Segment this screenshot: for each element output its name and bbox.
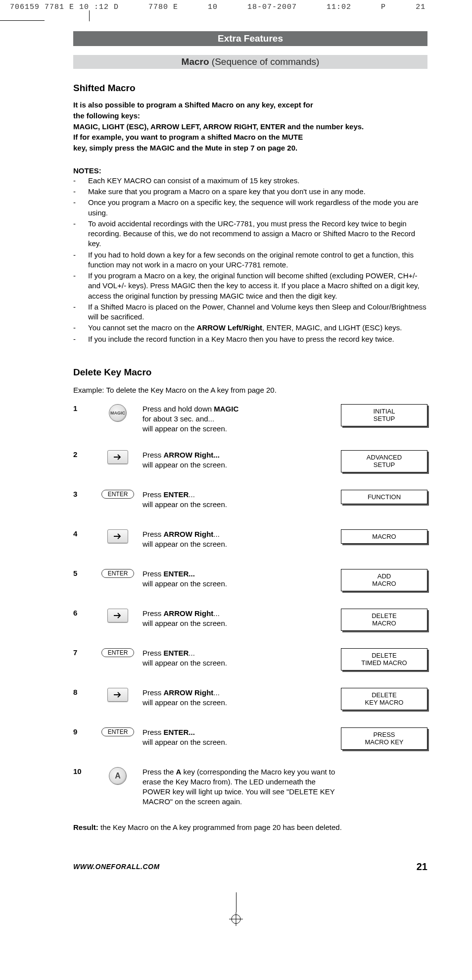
step-row: 10APress the A key (corresponding the Ma… — [73, 767, 427, 807]
note-item: -Once you program a Macro on a specific … — [73, 198, 427, 218]
note-text: If you include the record function in a … — [88, 334, 427, 344]
step-text: Press and hold down MAGICfor about 3 sec… — [142, 404, 341, 434]
screen-box: PRESSMACRO KEY — [341, 727, 427, 750]
note-item: -Make sure that you program a Macro on a… — [73, 187, 427, 197]
intro-l4: If for example, you want to program a sh… — [73, 133, 303, 141]
note-dash: - — [73, 271, 88, 281]
note-dash: - — [73, 334, 88, 344]
step-screen: DELETETIMED MACRO — [341, 648, 427, 671]
page: 706159 7781 E 10 :12 D 7780 E 10 18-07-2… — [0, 0, 472, 956]
step-icon-wrap — [93, 609, 142, 622]
footer-url: WWW.ONEFORALL.COM — [73, 863, 160, 871]
note-text: If a Shifted Macro is placed on the Powe… — [88, 302, 427, 322]
step-row: 3ENTERPress ENTER...will appear on the s… — [73, 490, 427, 514]
macro-band-bold: Macro — [182, 56, 209, 67]
screen-box: ADDMACRO — [341, 569, 427, 591]
note-dash: - — [73, 219, 88, 229]
step-row: 7ENTERPress ENTER...will appear on the s… — [73, 648, 427, 672]
print-header-time: 11:02 — [327, 3, 351, 11]
registration-mark-icon — [229, 912, 243, 926]
step-text: Press ENTER...will appear on the screen. — [142, 648, 341, 669]
step-text: Press ARROW Right...will appear on the s… — [142, 688, 341, 708]
step-icon-wrap: ENTER — [93, 569, 142, 578]
notes-list: -Each KEY MACRO can consist of a maximum… — [73, 176, 427, 344]
footer: WWW.ONEFORALL.COM 21 — [0, 831, 472, 873]
step-screen: DELETEKEY MACRO — [341, 688, 427, 710]
note-item: -If you program a Macro on a key, the or… — [73, 271, 427, 301]
note-text: Make sure that you program a Macro on a … — [88, 187, 427, 197]
enter-key-icon: ENTER — [101, 727, 135, 736]
step-number: 9 — [73, 727, 93, 736]
enter-key-icon: ENTER — [101, 648, 135, 657]
step-screen: INITIALSETUP — [341, 404, 427, 426]
notes-title: NOTES: — [73, 166, 427, 175]
print-header-mid1: 7780 E — [148, 3, 178, 11]
step-number: 5 — [73, 569, 93, 577]
screen-box: DELETEKEY MACRO — [341, 688, 427, 710]
step-screen: DELETEMACRO — [341, 609, 427, 631]
extra-features-band: Extra Features — [73, 31, 427, 46]
step-text: Press the A key (corresponding the Macro… — [142, 767, 341, 807]
a-key-icon: A — [109, 767, 127, 785]
step-number: 4 — [73, 529, 93, 538]
bottom-crop — [0, 892, 472, 926]
step-number: 2 — [73, 450, 93, 459]
step-text: Press ENTER...will appear on the screen. — [142, 569, 341, 589]
print-header-date: 18-07-2007 — [247, 3, 297, 11]
step-number: 10 — [73, 767, 93, 775]
content: Extra Features Macro (Sequence of comman… — [0, 21, 472, 831]
note-item: -To avoid accidental recordings with the… — [73, 219, 427, 249]
extra-features-label: Extra Features — [218, 33, 283, 44]
step-row: 2Press ARROW Right...will appear on the … — [73, 450, 427, 474]
step-row: 9ENTERPress ENTER...will appear on the s… — [73, 727, 427, 751]
step-number: 6 — [73, 609, 93, 617]
steps-container: 1MAGICPress and hold down MAGICfor about… — [73, 404, 427, 807]
step-screen: MACRO — [341, 529, 427, 544]
intro-l1: It is also possible to program a Shifted… — [73, 101, 313, 109]
step-screen: FUNCTION — [341, 490, 427, 505]
arrow-right-icon — [107, 529, 128, 543]
arrow-right-icon — [107, 450, 128, 464]
step-screen: ADDMACRO — [341, 569, 427, 591]
shifted-macro-heading: Shifted Macro — [73, 83, 427, 94]
note-item: -If you had to hold down a key for a few… — [73, 250, 427, 270]
step-row: 6Press ARROW Right...will appear on the … — [73, 609, 427, 632]
note-item: -You cannot set the macro on the ARROW L… — [73, 323, 427, 333]
note-item: -If you include the record function in a… — [73, 334, 427, 344]
screen-box: DELETETIMED MACRO — [341, 648, 427, 671]
note-text: You cannot set the macro on the ARROW Le… — [88, 323, 427, 333]
intro-l2: the following keys: — [73, 111, 140, 120]
note-text: Once you program a Macro on a specific k… — [88, 198, 427, 218]
shifted-macro-intro: It is also possible to program a Shifted… — [73, 100, 427, 154]
screen-box: FUNCTION — [341, 490, 427, 505]
step-text: Press ARROW Right...will appear on the s… — [142, 450, 341, 470]
crop-mark-vertical — [89, 10, 90, 21]
note-item: -If a Shifted Macro is placed on the Pow… — [73, 302, 427, 322]
step-number: 8 — [73, 688, 93, 696]
note-dash: - — [73, 198, 88, 207]
step-text: Press ARROW Right...will appear on the s… — [142, 529, 341, 550]
screen-box: DELETEMACRO — [341, 609, 427, 631]
step-icon-wrap: ENTER — [93, 490, 142, 499]
intro-l3: MAGIC, LIGHT (ESC), ARROW LEFT, ARROW RI… — [73, 122, 364, 131]
step-icon-wrap: MAGIC — [93, 404, 142, 422]
step-screen: PRESSMACRO KEY — [341, 727, 427, 750]
note-dash: - — [73, 176, 88, 186]
screen-box: MACRO — [341, 529, 427, 544]
enter-key-icon: ENTER — [101, 569, 135, 578]
note-dash: - — [73, 323, 88, 333]
crop-mark-horizontal — [0, 20, 45, 21]
note-dash: - — [73, 302, 88, 312]
step-text: Press ENTER...will appear on the screen. — [142, 727, 341, 748]
step-text: Press ARROW Right...will appear on the s… — [142, 609, 341, 629]
print-header-num: 21 — [416, 3, 425, 11]
macro-band-rest: (Sequence of commands) — [209, 56, 320, 67]
step-screen: ADVANCEDSETUP — [341, 450, 427, 472]
step-icon-wrap: ENTER — [93, 648, 142, 657]
magic-icon: MAGIC — [109, 404, 127, 422]
step-row: 1MAGICPress and hold down MAGICfor about… — [73, 404, 427, 434]
note-text: To avoid accidental recordings with the … — [88, 219, 427, 249]
note-text: Each KEY MACRO can consist of a maximum … — [88, 176, 427, 186]
macro-band: Macro (Sequence of commands) — [73, 55, 427, 69]
step-icon-wrap — [93, 450, 142, 464]
